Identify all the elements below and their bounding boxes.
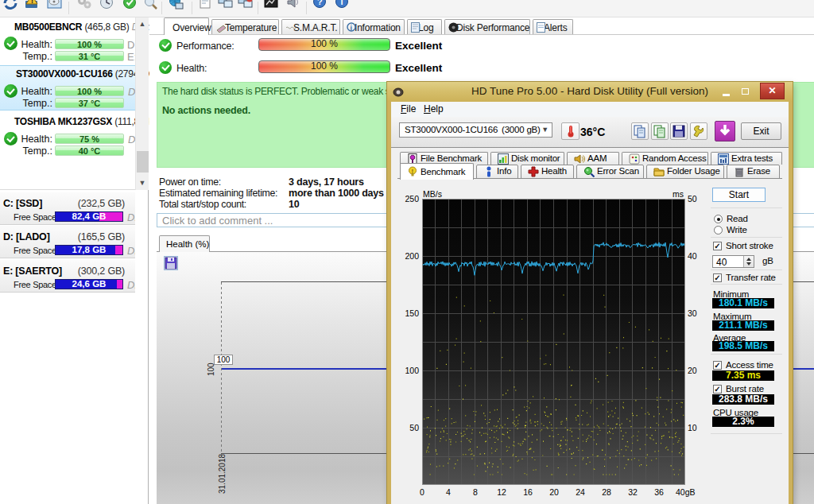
svg-text:i: i	[351, 24, 352, 32]
svg-text:?: ?	[317, 0, 323, 6]
svg-text:!: !	[412, 168, 414, 175]
svg-text:i: i	[341, 0, 343, 6]
svg-text:!: !	[31, 0, 33, 5]
